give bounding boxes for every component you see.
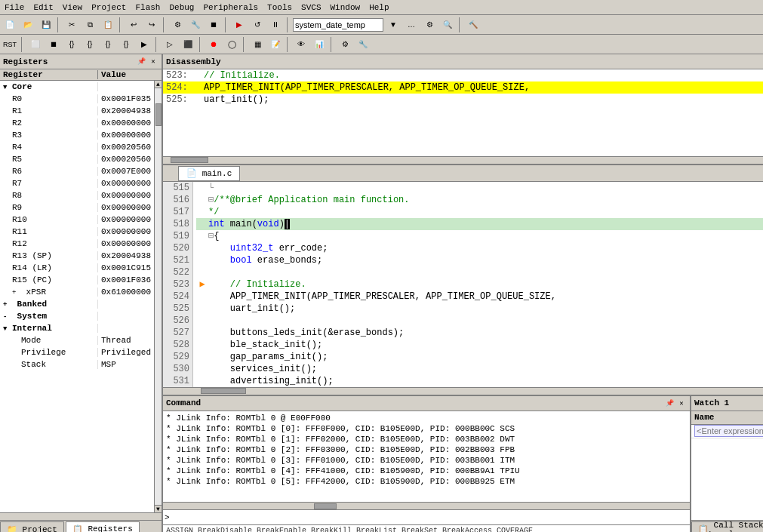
breakpoint-btn[interactable]: ⏺ [205, 37, 222, 52]
build-all-button[interactable]: 🔧 [187, 17, 204, 32]
watch-expression-input-cell[interactable] [691, 425, 763, 438]
cut-button[interactable]: ✂ [63, 17, 80, 32]
step-over-btn[interactable]: ⬜ [27, 37, 44, 52]
code-line-521: bool erase_bonds; [196, 254, 763, 266]
copy-button[interactable]: ⧉ [82, 17, 98, 32]
menu-peripherals[interactable]: Peripherals [198, 2, 263, 14]
dropdown-btn[interactable]: ▼ [385, 17, 401, 32]
list-item: * JLink Info: ROMTbl 0 @ E00FF000 [166, 413, 687, 423]
watch-panel: Watch 1 Name Value Type [691, 396, 763, 532]
halt-button[interactable]: ⏸ [267, 17, 284, 32]
vscroll-down[interactable]: ▼ [155, 505, 162, 512]
new-button[interactable]: 📄 [2, 17, 18, 32]
reset-button[interactable]: ↺ [249, 17, 266, 32]
config-btn[interactable]: ⚙ [337, 37, 353, 52]
disassembly-title: Disassembly [166, 57, 221, 66]
vscroll-thumb[interactable] [155, 103, 162, 126]
disasm-btn[interactable]: 📝 [267, 37, 284, 52]
disassembly-content[interactable]: 523: // Initialize. 524: APP_TIMER_INIT(… [163, 69, 763, 156]
registers-scroll[interactable]: ▼Core R00x0001F035 R10x20004938 R20x0000… [0, 81, 154, 512]
redo-button[interactable]: ↪ [143, 17, 160, 32]
reset-chip-btn[interactable]: RST [2, 37, 18, 52]
command-hscroll-thumb[interactable] [314, 503, 337, 509]
menu-view[interactable]: View [58, 2, 87, 14]
code-hscroll-thumb[interactable] [201, 388, 246, 394]
open-button[interactable]: 📂 [20, 17, 36, 32]
code-text-527: buttons_leds_init(&erase_bonds); [208, 327, 763, 339]
watch-btn[interactable]: 👁 [293, 37, 309, 52]
run-btn[interactable]: ▶ [136, 37, 152, 52]
watch-content[interactable]: Name Value Type [691, 411, 763, 520]
registers-vscrollbar[interactable]: ▲ ▼ [154, 81, 162, 512]
tab-main-c[interactable]: 📄 main.c [178, 166, 240, 181]
separator-4 [225, 17, 228, 32]
menu-tools[interactable]: Tools [263, 2, 297, 14]
vscroll-up[interactable]: ▲ [155, 81, 162, 88]
browse-btn[interactable]: … [403, 17, 420, 32]
code-area[interactable]: └ ⊟/**@brief Application main function. … [193, 182, 763, 387]
watch-expression-row[interactable] [691, 425, 763, 438]
breakpoint2-btn[interactable]: ◯ [223, 37, 240, 52]
tools-btn2[interactable]: 🔨 [465, 17, 481, 32]
code-line-517: */ [196, 206, 763, 218]
code-hscrollbar[interactable] [163, 387, 763, 395]
menu-flash[interactable]: Flash [131, 2, 165, 14]
menu-project[interactable]: Project [87, 2, 131, 14]
code-text-517: */ [208, 206, 763, 218]
stop-btn[interactable]: ⏹ [45, 37, 62, 52]
save-button[interactable]: 💾 [38, 17, 54, 32]
cmd-close-icon[interactable]: ✕ [676, 398, 687, 408]
paste-button[interactable]: 📋 [100, 17, 116, 32]
separator-5 [287, 17, 290, 32]
tab-registers[interactable]: 📋 Registers [66, 521, 140, 532]
search-btn[interactable]: 🔍 [439, 17, 456, 32]
wrench-btn[interactable]: 🔧 [355, 37, 371, 52]
braces-btn2[interactable]: {} [82, 37, 98, 52]
disassembly-hscrollbar[interactable] [163, 156, 763, 164]
file-icon: 📄 [186, 168, 197, 178]
watch-expression-input[interactable] [694, 425, 763, 437]
list-item: * JLink Info: ROMTbl 0 [3]: FFF01000, CI… [166, 455, 687, 466]
stop-build-button[interactable]: ⏹ [205, 17, 222, 32]
command-panel: Command 📌 ✕ * JLink Info: ROMTbl 0 @ E00… [163, 396, 691, 532]
memory-btn[interactable]: ▦ [249, 37, 266, 52]
list-item: R14 (LR)0x0001C915 [0, 262, 154, 274]
braces-btn1[interactable]: {} [63, 37, 80, 52]
run2-btn[interactable]: ▷ [162, 37, 178, 52]
code-line-530: services_init(); [196, 363, 763, 375]
disasm-addr-2: 524: [166, 82, 204, 93]
pin-icon[interactable]: 📌 [136, 57, 146, 67]
code-line-515: └ [196, 182, 763, 194]
braces-btn3[interactable]: {} [100, 37, 116, 52]
perf-btn[interactable]: 📊 [311, 37, 328, 52]
menu-debug[interactable]: Debug [165, 2, 198, 14]
menu-window[interactable]: Window [326, 2, 365, 14]
command-input[interactable] [173, 513, 688, 522]
settings-btn[interactable]: ⚙ [421, 17, 438, 32]
arrow-523: ▶ [196, 278, 208, 291]
vscroll-track [155, 88, 162, 505]
undo-button[interactable]: ↩ [125, 17, 142, 32]
menu-svcs[interactable]: SVCS [297, 2, 325, 14]
tab-callstack-locals[interactable]: 📋 Call Stack _ Locals [691, 521, 763, 532]
code-line-525: uart_init(); [196, 303, 763, 315]
menu-file[interactable]: File [0, 2, 29, 14]
menu-edit[interactable]: Edit [29, 2, 57, 14]
registers-hscrollbar[interactable] [0, 512, 162, 520]
registers-panel-header: Registers 📌 ✕ [0, 54, 162, 69]
disasm-code-3: uart_init(); [204, 94, 763, 105]
reg-internal-label: ▼Internal [0, 324, 98, 333]
close-icon[interactable]: ✕ [148, 57, 158, 67]
command-log[interactable]: * JLink Info: ROMTbl 0 @ E00FF000 * JLin… [163, 411, 690, 502]
project-input[interactable] [293, 18, 383, 32]
tab-project[interactable]: 📁 Project [0, 521, 64, 532]
braces-btn4[interactable]: {} [118, 37, 134, 52]
cmd-pin-icon[interactable]: 📌 [664, 398, 675, 408]
build-button[interactable]: ⚙ [169, 17, 186, 32]
debug-btn[interactable]: ▶ [231, 17, 248, 32]
disasm-code-1: // Initialize. [204, 70, 763, 81]
command-hscrollbar[interactable] [163, 502, 690, 509]
menu-help[interactable]: Help [365, 2, 393, 14]
step-btn[interactable]: ⬛ [180, 37, 196, 52]
reg-r7-val: 0x00000000 [98, 179, 154, 188]
